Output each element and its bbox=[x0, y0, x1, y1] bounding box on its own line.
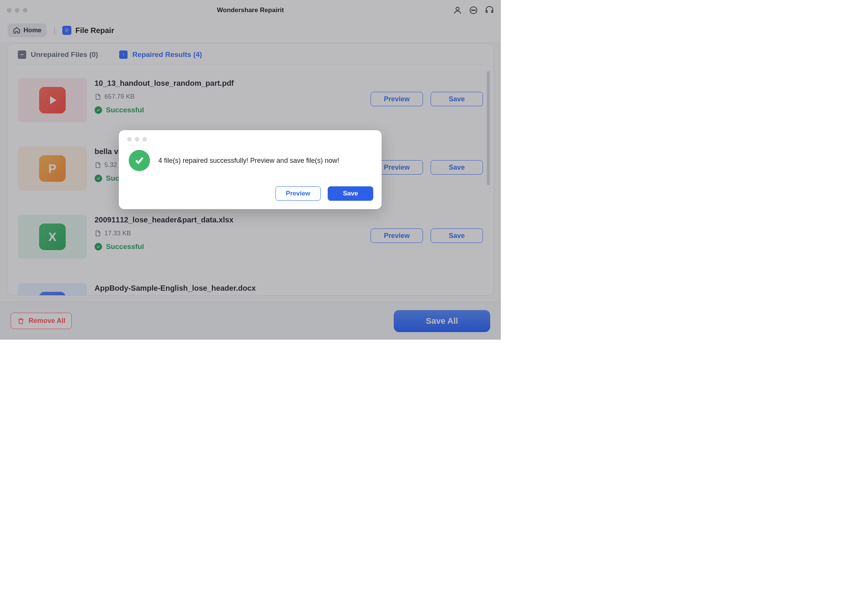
minimize-dialog-icon[interactable] bbox=[135, 137, 139, 142]
dialog-body: 4 file(s) repaired successfully! Preview… bbox=[127, 150, 373, 171]
dialog-save-button[interactable]: Save bbox=[328, 186, 373, 201]
maximize-dialog-icon[interactable] bbox=[142, 137, 147, 142]
success-check-icon bbox=[129, 150, 150, 171]
dialog-message: 4 file(s) repaired successfully! Preview… bbox=[158, 157, 339, 165]
dialog-actions: Preview Save bbox=[127, 186, 373, 201]
app-window: Wondershare Repairit Home | File Repair bbox=[0, 0, 501, 340]
dialog-window-controls[interactable] bbox=[127, 137, 373, 142]
close-dialog-icon[interactable] bbox=[127, 137, 132, 142]
repair-complete-dialog: 4 file(s) repaired successfully! Preview… bbox=[119, 130, 382, 209]
dialog-preview-button[interactable]: Preview bbox=[275, 186, 321, 201]
